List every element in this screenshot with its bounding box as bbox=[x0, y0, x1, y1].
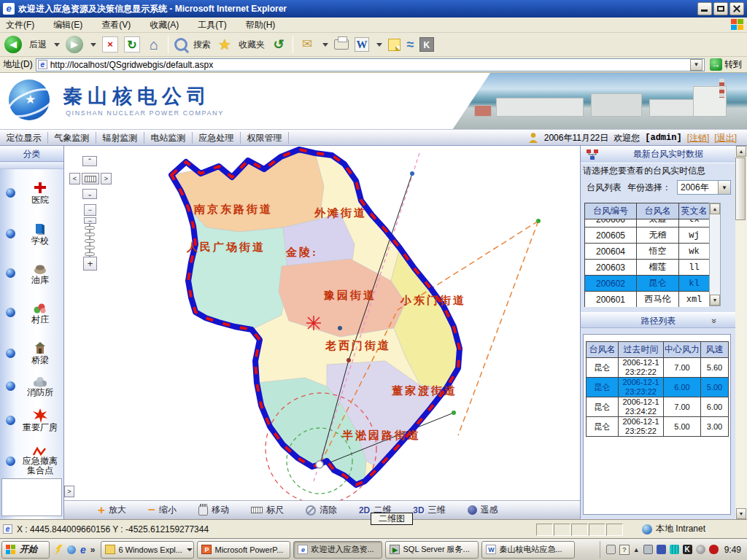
path-list-bar[interactable]: 路径列表 » bbox=[581, 312, 736, 328]
tab-permission-mgmt[interactable]: 权限管理 bbox=[241, 132, 289, 144]
zoom-minus-button[interactable]: − bbox=[84, 204, 96, 216]
taskbar-button-powerpoint[interactable]: P Microsoft PowerP... bbox=[197, 541, 290, 559]
minimize-button[interactable] bbox=[697, 2, 712, 15]
go-button[interactable]: → 转到 bbox=[708, 58, 744, 71]
menu-edit[interactable]: 编辑(E) bbox=[53, 19, 82, 31]
sidebar-item-fire-station[interactable]: 消防所 bbox=[6, 375, 61, 397]
tab-location-display[interactable]: 定位显示 bbox=[0, 132, 48, 144]
exit-link[interactable]: [退出] bbox=[714, 132, 737, 144]
menu-favorites[interactable]: 收藏(A) bbox=[150, 19, 179, 31]
refresh-button[interactable]: ↻ bbox=[124, 36, 140, 52]
stop-button[interactable]: × bbox=[102, 36, 118, 52]
year-dropdown-icon[interactable]: ▼ bbox=[718, 181, 730, 194]
table-row[interactable]: 昆仑2006-12-1 23:24:227.006.00 bbox=[587, 397, 729, 417]
menu-tools[interactable]: 工具(T) bbox=[198, 19, 226, 31]
quick-launch-msn-icon[interactable] bbox=[67, 545, 76, 554]
forward-button[interactable]: ▶ bbox=[66, 36, 83, 53]
address-url[interactable]: http://localhost/QSgridwebgis/default.as… bbox=[50, 60, 213, 70]
menu-file[interactable]: 文件(F) bbox=[6, 19, 34, 31]
chevron-down-icon[interactable]: » bbox=[707, 319, 723, 324]
sql-tray-icon[interactable] bbox=[643, 545, 653, 554]
scroll-thumb[interactable] bbox=[735, 158, 746, 220]
taskbar-button-word[interactable]: W 秦山核电站应急... bbox=[481, 541, 575, 559]
tab-station-monitor[interactable]: 电站监测 bbox=[144, 132, 193, 144]
year-dropdown[interactable]: 2006年 ▼ bbox=[677, 180, 731, 195]
menu-view[interactable]: 查看(V) bbox=[101, 19, 131, 31]
logout-link[interactable]: [注销] bbox=[687, 132, 710, 144]
sidebar-item-assembly-point[interactable]: 应急撤离集合点 bbox=[6, 446, 61, 475]
history-button[interactable]: ↺ bbox=[271, 36, 287, 52]
pan-down-button[interactable]: ⌄ bbox=[82, 189, 97, 199]
scroll-up-icon[interactable]: ▲ bbox=[736, 146, 746, 157]
tab-emergency-handling[interactable]: 应急处理 bbox=[193, 132, 241, 144]
note-icon[interactable] bbox=[388, 39, 400, 51]
table-row[interactable]: 200606太虚tx bbox=[585, 219, 710, 228]
forward-dropdown-icon[interactable] bbox=[90, 43, 96, 47]
address-dropdown-icon[interactable]: ▼ bbox=[690, 59, 703, 71]
quick-launch-bolt-icon[interactable] bbox=[55, 545, 63, 555]
menu-help[interactable]: 帮助(H) bbox=[246, 19, 276, 31]
table-row[interactable]: 200603榴莲ll bbox=[585, 260, 710, 276]
table-row[interactable]: 200605无稽wj bbox=[585, 228, 710, 244]
favorites-star-icon[interactable]: ★ bbox=[217, 36, 233, 52]
pan-up-button[interactable]: ⌃ bbox=[82, 156, 97, 166]
search-label[interactable]: 搜索 bbox=[193, 39, 211, 51]
zoom-in-tool[interactable]: +放大 bbox=[98, 504, 126, 516]
sidebar-item-bridge[interactable]: 桥梁 bbox=[6, 341, 61, 365]
quick-launch-ie-icon[interactable]: e bbox=[80, 544, 86, 556]
table-row[interactable]: 昆仑2006-12-1 23:22:227.005.60 bbox=[587, 358, 729, 378]
clear-tool[interactable]: 清除 bbox=[306, 504, 337, 516]
ruler-tool[interactable]: 标尺 bbox=[251, 504, 284, 516]
restore-button[interactable] bbox=[713, 2, 728, 15]
kaspersky-tray-icon[interactable]: K bbox=[683, 545, 692, 554]
tab-weather-monitor[interactable]: 气象监测 bbox=[48, 132, 96, 144]
keyboard-layout-icon[interactable] bbox=[606, 545, 616, 554]
sidebar-item-important-plant[interactable]: 重要厂房 bbox=[6, 408, 61, 432]
pan-left-button[interactable]: < bbox=[69, 173, 80, 184]
remote-sensing-tool[interactable]: 遥感 bbox=[468, 504, 498, 516]
mail-button[interactable]: ✉ bbox=[299, 36, 315, 52]
tray-collapse-icon[interactable]: ▲ bbox=[633, 546, 640, 553]
table-row[interactable]: 200604悟空wk bbox=[585, 244, 710, 260]
district-map[interactable] bbox=[64, 146, 580, 500]
back-dropdown-icon[interactable] bbox=[54, 43, 60, 47]
taskbar-button-ie-active[interactable]: e 欢迎进入应急资... bbox=[293, 541, 382, 559]
page-scrollbar[interactable]: ▲ ▼ bbox=[735, 146, 747, 519]
favorites-label[interactable]: 收藏夹 bbox=[239, 39, 265, 51]
back-label[interactable]: 后退 bbox=[29, 39, 47, 51]
measure-button[interactable] bbox=[82, 173, 99, 184]
sidebar-item-oil-depot[interactable]: 油库 bbox=[6, 261, 61, 285]
edit-word-button[interactable]: W bbox=[355, 37, 369, 52]
scroll-down-icon[interactable]: ▼ bbox=[710, 295, 720, 306]
back-button[interactable]: ◀ bbox=[4, 36, 22, 53]
sidebar-item-hospital[interactable]: 医院 bbox=[6, 181, 61, 205]
search-icon[interactable] bbox=[174, 38, 187, 51]
pan-right-button[interactable]: > bbox=[101, 173, 112, 184]
network-tray-icon[interactable] bbox=[657, 545, 666, 554]
close-button[interactable] bbox=[729, 2, 744, 15]
sidebar-item-school[interactable]: 学校 bbox=[6, 222, 61, 246]
taskbar-button-sql-server[interactable]: ▶ SQL Server 服务... bbox=[385, 541, 479, 559]
zoom-plus-button[interactable]: + bbox=[83, 257, 97, 271]
table-row-selected[interactable]: 200602昆仑kl bbox=[585, 276, 710, 292]
print-button[interactable] bbox=[334, 39, 349, 50]
home-button[interactable]: ⌂ bbox=[146, 36, 162, 52]
table-scrollbar[interactable]: ▲ ▼ bbox=[709, 203, 721, 306]
table-row[interactable]: 昆仑2006-12-1 23:25:225.003.00 bbox=[587, 417, 729, 437]
tab-radiation-monitor[interactable]: 辐射监测 bbox=[96, 132, 144, 144]
scroll-down-icon[interactable]: ▼ bbox=[736, 508, 746, 519]
kaspersky-icon[interactable]: K bbox=[419, 37, 434, 52]
3d-tool[interactable]: 3D三维 bbox=[413, 504, 445, 516]
zoom-slider-handle[interactable]: − bbox=[84, 217, 96, 224]
swirl-tray-icon[interactable] bbox=[696, 545, 705, 554]
edit-dropdown-icon[interactable] bbox=[376, 43, 382, 47]
table-row[interactable]: 200601西马伦xml bbox=[585, 292, 710, 308]
scroll-up-icon[interactable]: ▲ bbox=[710, 203, 720, 214]
help-tray-icon[interactable]: ? bbox=[619, 545, 630, 555]
ati-tray-icon[interactable] bbox=[709, 545, 719, 554]
taskbar-button-explorer-group[interactable]: 6 Windows Expl... bbox=[101, 541, 194, 559]
zoom-out-tool[interactable]: −缩小 bbox=[148, 504, 177, 516]
messenger-icon[interactable]: ≈ bbox=[406, 37, 414, 52]
expand-right-button[interactable]: > bbox=[64, 486, 74, 497]
address-input[interactable]: e http://localhost/QSgridwebgis/default.… bbox=[36, 58, 705, 71]
